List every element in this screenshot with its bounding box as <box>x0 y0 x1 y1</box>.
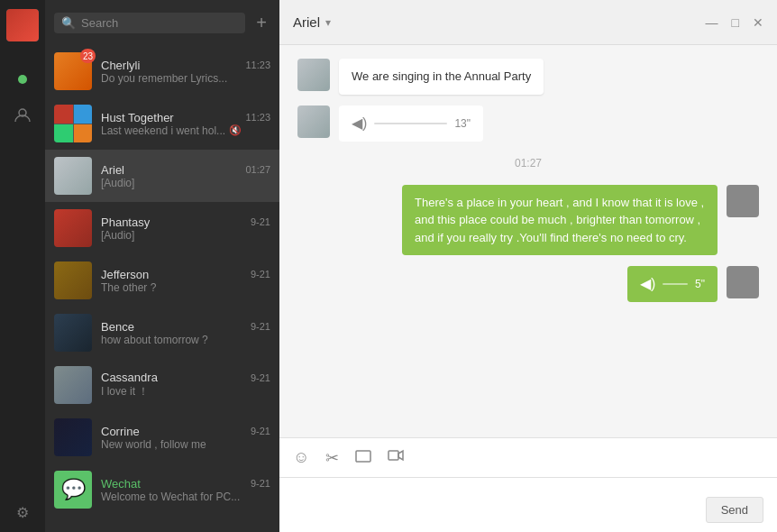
chat-list: 23 Cherlyli 11:23 Do you remember Lyrics… <box>45 45 279 532</box>
contact-name: Cherlyli <box>101 59 140 72</box>
avatar-wrap <box>54 366 92 404</box>
maximize-button[interactable]: □ <box>732 15 739 30</box>
preview-text: [Audio] <box>101 177 134 189</box>
list-item[interactable]: 23 Cherlyli 11:23 Do you remember Lyrics… <box>45 45 279 97</box>
add-button[interactable]: + <box>252 13 270 33</box>
main-chat: Ariel ▾ — □ ✕ We are singing in the Annu… <box>279 0 777 532</box>
audio-wave-icon: ◀) <box>352 113 367 134</box>
contact-name: Phantasy <box>101 216 150 229</box>
chat-info: Cherlyli 11:23 Do you remember Lyrics... <box>101 59 270 85</box>
sender-avatar <box>297 59 330 91</box>
audio-bubble[interactable]: ◀) 13" <box>339 105 483 142</box>
message-row: 5" ◀) <box>297 266 759 302</box>
avatar <box>54 157 92 195</box>
contact-time: 9-21 <box>251 372 270 383</box>
avatar-wrap <box>54 418 92 456</box>
left-nav: ⚙ <box>0 0 45 532</box>
preview-text: Do you remember Lyrics... <box>101 72 227 85</box>
scissors-button[interactable]: ✂ <box>325 448 339 468</box>
chat-title-text: Ariel <box>293 14 320 30</box>
chat-info: Wechat 9-21 Welcome to Wechat for PC... <box>101 477 270 503</box>
window-controls: — □ ✕ <box>706 15 763 30</box>
contact-time: 9-21 <box>251 426 270 436</box>
list-item[interactable]: Corrine 9-21 New world , follow me <box>45 411 279 463</box>
contact-preview: I love it ！ <box>101 384 254 399</box>
audio-progress-bar <box>663 283 688 285</box>
chat-title: Ariel ▾ <box>293 14 331 30</box>
nav-chat-icon[interactable] <box>8 65 37 94</box>
search-box[interactable]: 🔍 <box>54 13 245 33</box>
avatar <box>54 366 92 404</box>
close-button[interactable]: ✕ <box>753 15 763 30</box>
message-input[interactable] <box>293 487 697 523</box>
group-avatar <box>54 105 92 142</box>
chat-name-row: Ariel 01:27 <box>101 163 270 177</box>
chat-info: Ariel 01:27 [Audio] <box>101 163 270 189</box>
avatar: 💬 <box>54 471 92 509</box>
nav-contacts-icon[interactable] <box>8 101 37 130</box>
preview-text: I love it ！ <box>101 384 149 399</box>
contact-preview: New world , follow me <box>101 438 254 451</box>
list-item[interactable]: Phantasy 9-21 [Audio] <box>45 202 279 254</box>
contact-time: 11:23 <box>245 60 270 70</box>
nav-settings-icon[interactable]: ⚙ <box>16 504 29 521</box>
list-item[interactable]: Bence 9-21 how about tomorrow ? <box>45 307 279 359</box>
avatar-wrap: 💬 <box>54 471 92 509</box>
audio-duration: 13" <box>454 115 471 132</box>
contact-name: Wechat <box>101 477 141 491</box>
list-item[interactable]: Cassandra 9-21 I love it ！ <box>45 359 279 411</box>
contact-name: Corrine <box>101 425 140 438</box>
contact-time: 9-21 <box>251 216 270 227</box>
chat-name-row: Corrine 9-21 <box>101 425 270 438</box>
svg-rect-1 <box>356 451 370 462</box>
time-divider: 01:27 <box>297 157 759 170</box>
contact-time: 9-21 <box>251 269 270 280</box>
send-button[interactable]: Send <box>706 497 763 523</box>
contact-name: Ariel <box>101 163 124 177</box>
contact-time: 9-21 <box>251 321 270 332</box>
contact-preview: Last weekend i went hol... 🔇 <box>101 124 254 137</box>
chat-info: Phantasy 9-21 [Audio] <box>101 216 270 242</box>
audio-duration: 5" <box>695 276 705 292</box>
sent-message-bubble: There's a place in your heart , and I kn… <box>402 185 718 256</box>
contact-preview: [Audio] <box>101 229 254 242</box>
chat-title-chevron[interactable]: ▾ <box>325 16 331 29</box>
chat-name-row: Jefferson 9-21 <box>101 268 270 281</box>
avatar-wrap <box>54 261 92 299</box>
video-button[interactable] <box>388 447 404 468</box>
search-input[interactable] <box>81 16 238 30</box>
chat-name-row: Cassandra 9-21 <box>101 371 270 384</box>
sent-audio-bubble[interactable]: 5" ◀) <box>627 266 718 302</box>
emoji-button[interactable]: ☺ <box>293 448 309 467</box>
contact-list-panel: 🔍 + 23 Cherlyli 11:23 Do you remember Ly… <box>45 0 279 532</box>
messages-area: We are singing in the Annual Party ◀) 13… <box>279 45 777 437</box>
contact-preview: Welcome to Wechat for PC... <box>101 491 254 503</box>
search-icon: 🔍 <box>61 16 76 30</box>
contact-time: 9-21 <box>251 478 270 489</box>
list-item[interactable]: Ariel 01:27 [Audio] <box>45 150 279 202</box>
avatar-wrap: 23 <box>54 52 92 90</box>
my-avatar[interactable] <box>6 9 39 41</box>
list-item[interactable]: Hust Together 11:23 Last weekend i went … <box>45 97 279 150</box>
contact-time: 01:27 <box>245 164 270 175</box>
chat-name-row: Cherlyli 11:23 <box>101 59 270 72</box>
unread-badge: 23 <box>80 49 96 63</box>
contact-name: Cassandra <box>101 371 158 384</box>
message-bubble: We are singing in the Annual Party <box>339 59 544 95</box>
svg-rect-2 <box>388 451 398 460</box>
contact-name: Jefferson <box>101 268 149 281</box>
my-avatar <box>727 266 759 298</box>
my-avatar <box>727 185 759 217</box>
list-item[interactable]: 💬 Wechat 9-21 Welcome to Wechat for PC..… <box>45 463 279 516</box>
list-item[interactable]: Jefferson 9-21 The other ? <box>45 254 279 307</box>
contact-time: 11:23 <box>245 112 270 123</box>
audio-wave-icon: ◀) <box>640 273 655 295</box>
preview-text: how about tomorrow ? <box>101 334 208 346</box>
avatar-wrap <box>54 314 92 352</box>
screenshot-button[interactable] <box>355 448 371 467</box>
chat-toolbar: ☺ ✂ <box>279 437 777 478</box>
minimize-button[interactable]: — <box>706 15 718 30</box>
preview-text: The other ? <box>101 281 156 294</box>
chat-info: Bence 9-21 how about tomorrow ? <box>101 320 270 346</box>
input-area: Send <box>279 478 777 532</box>
